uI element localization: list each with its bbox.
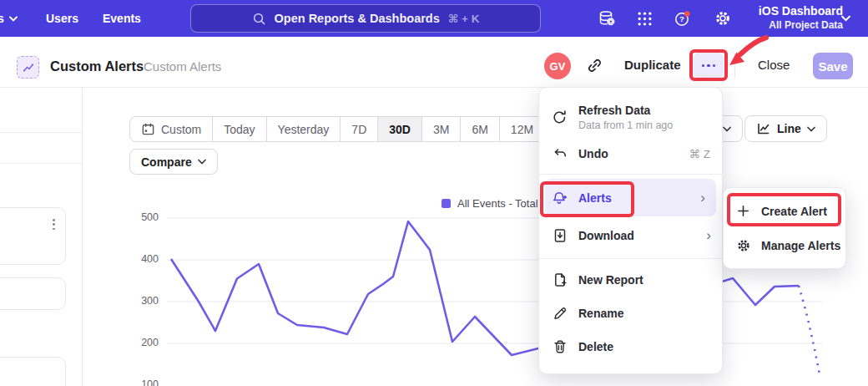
apps-grid-icon <box>637 11 653 27</box>
menu-item-rename[interactable]: Rename <box>539 297 722 330</box>
date-range-label: Custom <box>161 123 201 136</box>
chevron-down-icon <box>807 126 815 132</box>
project-name: iOS Dashboard <box>759 3 843 19</box>
sidebar-card[interactable] <box>0 207 66 265</box>
new-report-icon <box>552 272 568 287</box>
help-icon: ? <box>674 10 691 28</box>
gear-icon <box>735 238 751 253</box>
submenu-item-manage-alerts[interactable]: Manage Alerts <box>724 228 845 262</box>
date-range-yesterday[interactable]: Yesterday <box>266 117 341 141</box>
compare-label: Compare <box>141 155 192 169</box>
project-switcher[interactable]: iOS Dashboard All Project Data <box>759 3 843 32</box>
menu-item-shortcut: ⌘ Z <box>689 147 711 160</box>
menu-item-sublabel: Data from 1 min ago <box>578 119 673 131</box>
compare-button[interactable]: Compare <box>129 149 218 175</box>
menu-item-label: New Report <box>578 273 643 287</box>
app-window: 500400300200100 All Events - Total s Use… <box>0 0 868 386</box>
more-options-button[interactable] <box>694 53 724 79</box>
project-switcher-chevron[interactable] <box>841 0 850 37</box>
nav-users-label: Users <box>46 12 78 25</box>
nav-item-users[interactable]: Users <box>46 0 78 37</box>
submenu-item-label: Create Alert <box>761 205 827 218</box>
date-range-3m[interactable]: 3M <box>421 117 460 141</box>
more-options-menu: Refresh Data Data from 1 min ago Undo ⌘ … <box>538 87 723 374</box>
menu-item-label: Undo <box>578 147 608 160</box>
nav-item-events[interactable]: Events <box>103 0 141 37</box>
trash-icon <box>552 339 568 354</box>
dot <box>707 64 710 68</box>
sidebar-card[interactable] <box>0 277 66 310</box>
date-range-label: 12M <box>511 123 533 136</box>
search-shortcut: ⌘ + K <box>448 12 480 25</box>
legend-label: All Events - Total <box>457 197 538 210</box>
alerts-submenu: Create Alert Manage Alerts <box>723 187 846 269</box>
date-range-label: Yesterday <box>278 123 330 136</box>
nav-events-label: Events <box>103 12 141 25</box>
date-range-label: Today <box>224 123 255 136</box>
search-icon <box>252 12 266 26</box>
date-range-6m[interactable]: 6M <box>460 117 498 141</box>
y-axis-label: 500 <box>132 211 159 223</box>
avatar[interactable]: GV <box>544 53 571 79</box>
settings-button[interactable] <box>714 0 731 37</box>
chart-type-label: Line <box>777 122 801 135</box>
menu-item-undo[interactable]: Undo ⌘ Z <box>539 138 722 170</box>
date-range-30d[interactable]: 30D <box>377 117 421 141</box>
date-range-label: 3M <box>433 123 449 136</box>
date-range-label: 6M <box>472 123 487 136</box>
chevron-down-icon <box>9 16 18 22</box>
data-management-button[interactable] <box>598 0 616 37</box>
help-button[interactable]: ? <box>674 0 691 37</box>
menu-item-label: Alerts <box>578 191 612 205</box>
dot <box>713 64 716 68</box>
menu-item-delete[interactable]: Delete <box>539 330 722 363</box>
y-axis-label: 100 <box>132 378 159 386</box>
close-button[interactable]: Close <box>758 58 790 72</box>
submenu-chevron-icon: › <box>706 228 711 242</box>
sidebar-card[interactable] <box>0 357 66 386</box>
bell-plus-icon <box>552 190 568 206</box>
menu-item-new-report[interactable]: New Report <box>539 263 722 297</box>
menu-item-label: Delete <box>578 340 613 353</box>
date-range-custom[interactable]: Custom <box>130 117 212 141</box>
duplicate-button[interactable]: Duplicate <box>624 58 681 72</box>
chart-type-button[interactable]: Line <box>744 115 827 142</box>
submenu-item-label: Manage Alerts <box>761 239 840 252</box>
download-icon <box>552 228 568 243</box>
line-report-icon <box>22 61 35 74</box>
menu-item-download[interactable]: Download › <box>539 216 722 254</box>
date-range-12m[interactable]: 12M <box>499 117 544 141</box>
save-button[interactable]: Save <box>813 53 853 79</box>
menu-item-label: Rename <box>578 307 623 320</box>
apps-button[interactable] <box>637 0 653 37</box>
page-title: Custom Alerts <box>50 58 144 74</box>
svg-text:?: ? <box>679 14 684 23</box>
project-scope: All Project Data <box>759 19 843 32</box>
sidebar-divider <box>0 163 83 164</box>
divider <box>734 53 735 79</box>
nav-partial-label: s <box>0 12 4 25</box>
y-axis-label: 400 <box>132 253 159 265</box>
report-header: Custom Alerts Custom Alerts GV Duplicate… <box>0 37 868 88</box>
share-link-button[interactable] <box>586 57 603 74</box>
global-search-input[interactable]: Open Reports & Dashboards ⌘ + K <box>190 4 541 33</box>
chart-legend[interactable]: All Events - Total <box>442 197 538 210</box>
pencil-icon <box>552 306 568 321</box>
nav-item-partial[interactable]: s <box>0 0 18 37</box>
date-range-label: 7D <box>351 123 366 136</box>
submenu-item-create-alert[interactable]: Create Alert <box>724 194 845 228</box>
notification-dot <box>684 11 690 17</box>
date-range-7d[interactable]: 7D <box>340 117 377 141</box>
y-axis-label: 300 <box>132 295 159 307</box>
dot <box>702 64 705 68</box>
card-menu-kebab[interactable] <box>53 219 55 230</box>
top-nav: s Users Events Open Reports & Dashboards… <box>0 0 868 37</box>
undo-icon <box>552 146 568 161</box>
refresh-icon <box>552 109 568 125</box>
menu-item-alerts[interactable]: Alerts › <box>545 179 716 216</box>
plus-icon <box>735 204 751 218</box>
date-range-today[interactable]: Today <box>212 117 265 141</box>
y-axis-label: 200 <box>132 337 159 348</box>
menu-item-refresh-data[interactable]: Refresh Data Data from 1 min ago <box>539 96 722 138</box>
date-range-label: 30D <box>389 123 411 136</box>
